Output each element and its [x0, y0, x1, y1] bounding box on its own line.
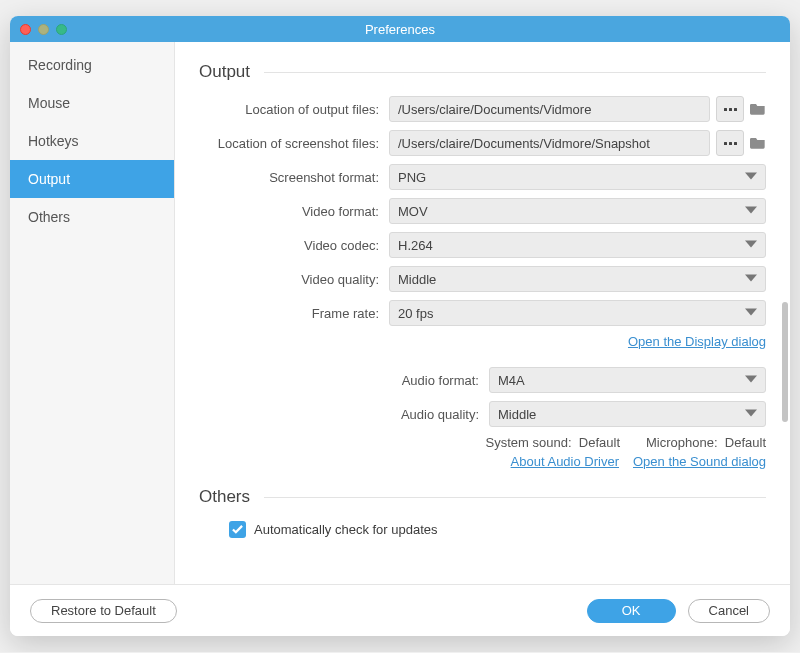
sidebar-item-others[interactable]: Others — [10, 198, 174, 236]
video-quality-select[interactable]: Middle — [389, 266, 766, 292]
video-format-label: Video format: — [199, 204, 389, 219]
chevron-down-icon — [745, 272, 757, 287]
auto-update-label: Automatically check for updates — [254, 522, 438, 537]
scrollbar[interactable] — [782, 302, 788, 422]
location-screenshot-label: Location of screenshot files: — [199, 136, 389, 151]
audio-quality-label: Audio quality: — [199, 407, 489, 422]
video-codec-label: Video codec: — [199, 238, 389, 253]
video-codec-select[interactable]: H.264 — [389, 232, 766, 258]
browse-output-button[interactable] — [716, 96, 744, 122]
ok-button[interactable]: OK — [587, 599, 676, 623]
others-section-title: Others — [199, 487, 766, 507]
audio-quality-select[interactable]: Middle — [489, 401, 766, 427]
sidebar-item-recording[interactable]: Recording — [10, 46, 174, 84]
frame-rate-select[interactable]: 20 fps — [389, 300, 766, 326]
open-output-folder-icon[interactable] — [750, 101, 766, 118]
open-screenshot-folder-icon[interactable] — [750, 135, 766, 152]
cancel-button[interactable]: Cancel — [688, 599, 770, 623]
auto-update-checkbox[interactable] — [229, 521, 246, 538]
audio-format-select[interactable]: M4A — [489, 367, 766, 393]
sidebar: Recording Mouse Hotkeys Output Others — [10, 42, 175, 584]
sidebar-item-hotkeys[interactable]: Hotkeys — [10, 122, 174, 160]
browse-screenshot-button[interactable] — [716, 130, 744, 156]
chevron-down-icon — [745, 238, 757, 253]
chevron-down-icon — [745, 170, 757, 185]
microphone-value: Default — [725, 435, 766, 450]
titlebar: Preferences — [10, 16, 790, 42]
chevron-down-icon — [745, 204, 757, 219]
audio-format-label: Audio format: — [199, 373, 489, 388]
output-section-title: Output — [199, 62, 766, 82]
window-title: Preferences — [10, 22, 790, 37]
about-audio-driver-link[interactable]: About Audio Driver — [511, 454, 619, 469]
chevron-down-icon — [745, 373, 757, 388]
screenshot-format-label: Screenshot format: — [199, 170, 389, 185]
restore-default-button[interactable]: Restore to Default — [30, 599, 177, 623]
location-screenshot-field[interactable]: /Users/claire/Documents/Vidmore/Snapshot — [389, 130, 710, 156]
microphone-label: Microphone: — [646, 435, 718, 450]
open-sound-dialog-link[interactable]: Open the Sound dialog — [633, 454, 766, 469]
video-format-select[interactable]: MOV — [389, 198, 766, 224]
system-sound-label: System sound: — [486, 435, 572, 450]
system-sound-value: Default — [579, 435, 620, 450]
screenshot-format-select[interactable]: PNG — [389, 164, 766, 190]
open-display-dialog-link[interactable]: Open the Display dialog — [628, 334, 766, 349]
chevron-down-icon — [745, 306, 757, 321]
sidebar-item-mouse[interactable]: Mouse — [10, 84, 174, 122]
location-output-label: Location of output files: — [199, 102, 389, 117]
video-quality-label: Video quality: — [199, 272, 389, 287]
sidebar-item-output[interactable]: Output — [10, 160, 174, 198]
preferences-window: Preferences Recording Mouse Hotkeys Outp… — [10, 16, 790, 636]
frame-rate-label: Frame rate: — [199, 306, 389, 321]
dialog-footer: Restore to Default OK Cancel — [10, 584, 790, 636]
location-output-field[interactable]: /Users/claire/Documents/Vidmore — [389, 96, 710, 122]
chevron-down-icon — [745, 407, 757, 422]
